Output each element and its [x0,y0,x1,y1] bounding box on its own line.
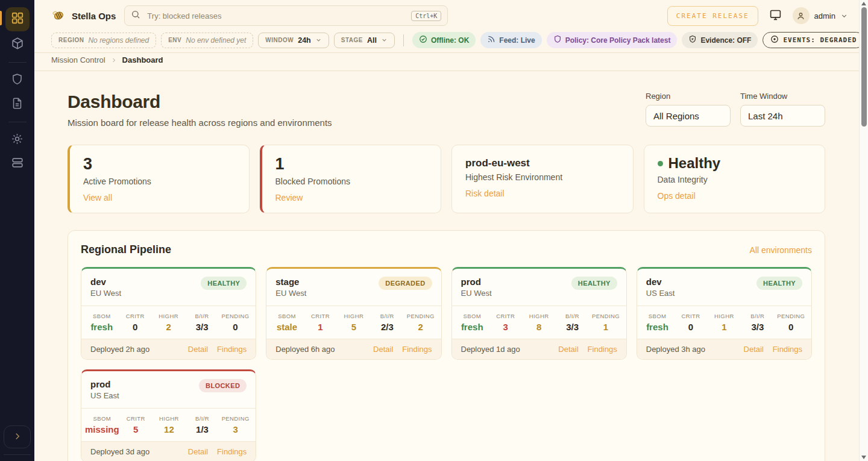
stat-value: 3 [489,322,522,332]
region-select[interactable]: All Regions [646,105,731,127]
events-status-button[interactable]: EVENTS: DEGRADED [763,32,864,48]
detail-link[interactable]: Detail [188,345,208,354]
brand: Stella Ops [51,8,116,24]
status-badge: DEGRADED [379,277,432,290]
data-integrity-value: Healthy [668,155,721,171]
stat-label: B/I/R [556,313,589,319]
scrollbar-thumb[interactable] [861,7,867,127]
chevron-down-icon [840,12,848,20]
stats-row: SBOMfresh CRITR0 HIGHR1 B/I/R3/3 PENDING… [637,306,811,339]
time-window-select-label: Time Window [740,92,825,101]
stat-label: B/I/R [186,415,219,422]
main-content: Dashboard Mission board for release heal… [34,71,859,461]
view-all-link[interactable]: View all [83,193,112,202]
app-root: Stella Ops Ctrl+K CREATE RELEASE [0,0,868,461]
stat-value: 2 [404,322,437,332]
review-link[interactable]: Review [275,193,303,202]
scrollbar-up-arrow[interactable] [861,2,866,5]
stat-value: 0 [775,322,808,332]
findings-link[interactable]: Findings [402,345,432,354]
circle-dot-icon [770,35,779,45]
stat-value: 1/3 [186,424,219,434]
stat-label: HIGHR [708,313,741,319]
global-search[interactable]: Ctrl+K [124,5,448,26]
context-bar: REGION No regions defined ENV No env def… [34,31,859,53]
environment-region: EU West [90,289,121,298]
sidebar-item-settings[interactable] [5,129,30,151]
detail-link[interactable]: Detail [188,447,208,456]
ops-detail-link[interactable]: Ops detail [658,191,696,201]
pipeline-card: prod EU West HEALTHY SBOMfresh CRITR3 HI… [451,267,627,360]
findings-link[interactable]: Findings [217,447,247,456]
evidence-status-chip: Evidence: OFF [682,32,758,48]
stat-label: HIGHR [337,313,370,319]
stat-label: SBOM [85,415,119,422]
top-header: Stella Ops Ctrl+K CREATE RELEASE [34,0,859,31]
user-menu[interactable]: admin [793,7,848,24]
stage-dropdown[interactable]: STAGE All [334,33,395,48]
monitor-button[interactable] [769,8,782,23]
avatar [793,7,810,24]
active-indicator [0,11,2,25]
breadcrumb-parent[interactable]: Mission Control [51,55,105,64]
environment-region: US East [646,289,675,298]
stat-label: PENDING [775,313,808,319]
document-icon [11,97,24,112]
stage-pill-label: STAGE [341,37,363,43]
server-icon [11,156,24,172]
sidebar-item-documents[interactable] [5,93,30,115]
detail-link[interactable]: Detail [558,345,578,354]
detail-link[interactable]: Detail [373,345,393,354]
findings-link[interactable]: Findings [217,345,247,354]
scrollbar-down-arrow[interactable] [861,456,866,459]
findings-link[interactable]: Findings [588,345,617,354]
environment-region: EU West [275,289,306,298]
sidebar-item-dashboard[interactable] [5,7,30,31]
environment-region: EU West [461,289,492,298]
regional-pipeline-panel: Regional Pipeline All environments dev E… [68,230,825,461]
status-badge: HEALTHY [201,277,247,290]
scrollbar[interactable] [859,0,868,461]
environment-name: dev [646,277,675,287]
sidebar-item-security[interactable] [5,69,30,91]
search-input[interactable] [146,11,406,21]
page-header: Dashboard Mission board for release heal… [68,92,825,128]
search-icon [131,10,140,22]
keyboard-shortcut-badge: Ctrl+K [411,11,441,21]
sidebar [0,0,34,461]
shield-icon [553,35,562,45]
gear-icon [11,133,24,148]
context-divider [403,34,404,46]
policy-status-chip: Policy: Core Policy Pack latest [547,32,678,48]
stat-value: 8 [522,322,555,332]
breadcrumb: Mission Control Dashboard [34,53,859,71]
create-release-button[interactable]: CREATE RELEASE [667,6,758,26]
risk-detail-link[interactable]: Risk detail [465,189,505,198]
panel-title: Regional Pipeline [81,243,171,256]
rss-icon [487,35,495,45]
pipeline-card: dev EU West HEALTHY SBOMfresh CRITR0 HIG… [81,267,256,360]
stat-value: 3/3 [185,322,218,332]
findings-link[interactable]: Findings [773,345,802,354]
detail-link[interactable]: Detail [744,345,764,354]
package-icon [11,37,24,52]
sidebar-item-infrastructure[interactable] [5,153,30,175]
region-select-label: Region [646,92,731,101]
sidebar-collapse-button[interactable] [4,425,31,448]
stat-label: SBOM [641,313,674,319]
highest-risk-value: prod-eu-west [465,157,620,169]
env-pill-value: No env defined yet [186,36,246,45]
stats-row: SBOMfresh CRITR0 HIGHR2 B/I/R3/3 PENDING… [81,306,256,339]
all-environments-link[interactable]: All environments [750,245,813,255]
sidebar-item-releases[interactable] [5,34,30,55]
stat-value: 3/3 [741,322,774,332]
stat-label: B/I/R [371,313,404,319]
time-window-select[interactable]: Last 24h [740,105,825,127]
pipeline-grid: dev EU West HEALTHY SBOMfresh CRITR0 HIG… [81,267,812,461]
main-column: Stella Ops Ctrl+K CREATE RELEASE [34,0,859,461]
blocked-promotions-value: 1 [275,155,428,174]
shield-icon [11,73,24,88]
stat-label: CRITR [674,313,707,319]
stat-value: 0 [219,322,252,332]
window-dropdown[interactable]: WINDOW 24h [258,33,329,48]
